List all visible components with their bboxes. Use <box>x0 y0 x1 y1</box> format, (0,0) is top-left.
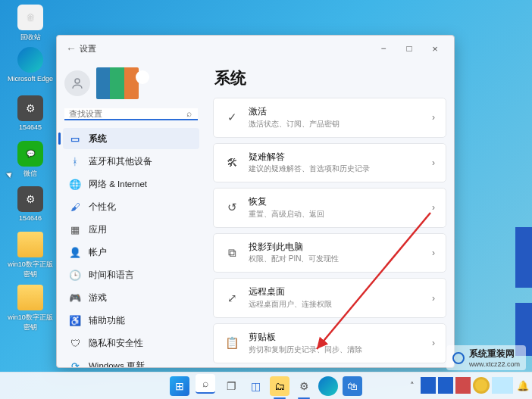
sidebar-item-gaming[interactable]: 🎮游戏 <box>63 287 199 308</box>
bluetooth-icon: ᚼ <box>69 155 81 167</box>
sidebar-item-label: 帐户 <box>89 247 107 258</box>
search-icon[interactable]: ⌕ <box>180 108 198 119</box>
sidebar-item-network[interactable]: 🌐网络 & Internet <box>63 173 199 195</box>
personalization-icon: 🖌 <box>69 201 81 213</box>
sidebar-item-label: 应用 <box>89 224 107 235</box>
svg-point-0 <box>75 79 80 83</box>
desktop-icon-label: win10数字正版密钥 <box>6 260 55 279</box>
minimize-button[interactable]: − <box>371 39 396 58</box>
back-button[interactable]: ← <box>63 42 80 55</box>
card-subtitle: 重置、高级启动、返回 <box>249 209 423 220</box>
taskbar-store[interactable]: 🛍 <box>343 376 362 396</box>
folder-icon: 🗂 <box>274 380 285 392</box>
settings-card-activation[interactable]: ✓激活激活状态、订阅、产品密钥› <box>213 98 446 138</box>
page-title: 系统 <box>214 67 446 89</box>
desktop-icon-folder-2[interactable]: win10数字正版密钥 <box>6 285 55 332</box>
user-row[interactable] <box>63 64 199 105</box>
settings-card-remote[interactable]: ⤢远程桌面远程桌面用户、连接权限› <box>213 278 446 318</box>
tray-gear-icon[interactable] <box>473 377 490 394</box>
desktop-icon-file-154645[interactable]: ⚙ 154645 <box>6 95 55 131</box>
tray-app-blue-2[interactable] <box>438 377 453 394</box>
tray-chevron-icon[interactable]: ˄ <box>406 381 418 391</box>
card-title: 剪贴板 <box>249 332 423 344</box>
sidebar-item-privacy[interactable]: 🛡隐私和安全性 <box>63 332 199 354</box>
desktop-icon-edge[interactable]: Microsoft Edge <box>6 47 55 83</box>
chevron-right-icon: › <box>432 112 435 123</box>
privacy-icon: 🛡 <box>69 337 81 349</box>
watermark-logo-icon <box>452 352 465 364</box>
desktop-icon-label: 回收站 <box>6 33 55 42</box>
sidebar-item-personalization[interactable]: 🖌个性化 <box>63 196 199 217</box>
sidebar-item-apps[interactable]: ▦应用 <box>63 219 199 240</box>
activation-icon: ✓ <box>224 110 239 125</box>
tray-app-red[interactable] <box>455 377 471 394</box>
taskbar-explorer[interactable]: 🗂 <box>270 376 289 396</box>
tray-app-blue[interactable] <box>421 377 436 394</box>
maximize-button[interactable]: □ <box>396 39 422 58</box>
system-tray: ˄ 🔔 <box>405 372 532 399</box>
sidebar-item-accounts[interactable]: 👤帐户 <box>63 242 199 263</box>
settings-card-recovery[interactable]: ↺恢复重置、高级启动、返回› <box>213 188 446 228</box>
card-title: 激活 <box>249 106 423 118</box>
desktop-icon-label: Microsoft Edge <box>6 75 55 83</box>
avatar <box>64 70 90 96</box>
settings-window: ← 设置 − □ × ⌕ ▭系统ᚼ蓝牙和其他设备🌐网络 & Internet🖌个… <box>56 35 455 368</box>
start-button[interactable]: ⊞ <box>170 376 189 396</box>
network-icon: 🌐 <box>69 178 81 190</box>
watermark-title: 系统重装网 <box>469 348 520 360</box>
update-icon: ⟳ <box>69 360 81 367</box>
taskbar-widgets-button[interactable]: ◫ <box>246 376 265 396</box>
time-icon: 🕒 <box>69 269 81 281</box>
user-tile-image <box>96 67 139 99</box>
card-title: 投影到此电脑 <box>249 242 423 254</box>
sidebar-item-label: 时间和语言 <box>89 270 134 281</box>
card-subtitle: 剪切和复制历史记录、同步、清除 <box>249 344 423 355</box>
card-subtitle: 权限、配对 PIN、可发现性 <box>249 254 423 264</box>
sidebar-item-label: 辅助功能 <box>89 315 125 326</box>
taskbar-edge[interactable] <box>318 376 338 396</box>
sidebar-item-label: 隐私和安全性 <box>89 338 143 349</box>
sidebar-item-time[interactable]: 🕒时间和语言 <box>63 264 199 285</box>
settings-card-troubleshoot[interactable]: 🛠疑难解答建议的疑难解答、首选项和历史记录› <box>213 143 446 183</box>
card-title: 疑难解答 <box>249 151 423 164</box>
remote-icon: ⤢ <box>224 291 239 306</box>
sidebar-item-accessibility[interactable]: ♿辅助功能 <box>63 310 199 331</box>
task-view-button[interactable]: ❐ <box>221 376 241 396</box>
taskbar-settings[interactable]: ⚙ <box>294 376 314 396</box>
edge-icon <box>17 47 43 73</box>
folder-icon <box>17 232 43 257</box>
widgets-icon: ◫ <box>251 380 261 392</box>
troubleshoot-icon: 🛠 <box>224 155 239 170</box>
close-button[interactable]: × <box>422 39 448 58</box>
chevron-right-icon: › <box>432 248 435 258</box>
desktop-icon-file-154646[interactable]: ⚙ 154646 <box>6 186 55 222</box>
card-subtitle: 建议的疑难解答、首选项和历史记录 <box>249 164 423 174</box>
sidebar-item-label: 游戏 <box>89 292 107 304</box>
taskbar-search-button[interactable]: ⌕ <box>196 374 215 394</box>
search-box[interactable]: ⌕ <box>64 108 198 120</box>
sidebar-item-label: 系统 <box>89 133 107 145</box>
sidebar-item-label: 个性化 <box>89 201 116 213</box>
card-title: 恢复 <box>249 196 423 208</box>
chevron-right-icon: › <box>432 293 435 304</box>
search-input[interactable] <box>64 109 180 118</box>
tray-notifications-icon[interactable]: 🔔 <box>515 380 530 391</box>
sidebar-item-system[interactable]: ▭系统 <box>63 128 199 149</box>
sidebar-item-bluetooth[interactable]: ᚼ蓝牙和其他设备 <box>63 151 199 172</box>
sidebar-item-update[interactable]: ⟳Windows 更新 <box>63 355 199 367</box>
wechat-icon: 💬 <box>17 141 43 167</box>
tray-rect[interactable] <box>492 377 513 394</box>
settings-card-clipboard[interactable]: 📋剪贴板剪切和复制历史记录、同步、清除› <box>213 323 446 363</box>
desktop-icon-label: 154645 <box>6 123 55 131</box>
recycle-bin-icon: 🗑 <box>17 5 43 30</box>
decorative-bar <box>515 227 532 288</box>
settings-card-project[interactable]: ⧉投影到此电脑权限、配对 PIN、可发现性› <box>213 233 446 273</box>
desktop-icon-wechat[interactable]: 💬 微信 <box>6 141 55 179</box>
store-icon: 🛍 <box>347 380 358 392</box>
apps-icon: ▦ <box>69 223 81 235</box>
desktop-icon-recycle-bin[interactable]: 🗑 回收站 <box>6 5 55 42</box>
titlebar[interactable]: ← 设置 − □ × <box>57 36 454 61</box>
nav-list: ▭系统ᚼ蓝牙和其他设备🌐网络 & Internet🖌个性化▦应用👤帐户🕒时间和语… <box>63 128 199 367</box>
desktop-icon-folder-1[interactable]: win10数字正版密钥 <box>6 232 55 279</box>
accounts-icon: 👤 <box>69 246 81 258</box>
